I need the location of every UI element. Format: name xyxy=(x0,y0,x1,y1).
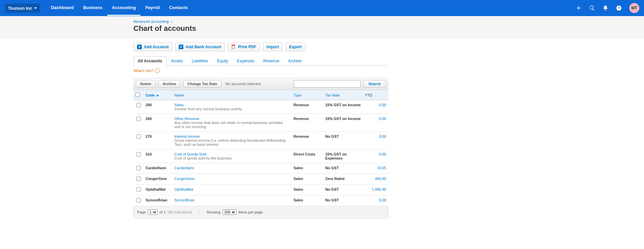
account-name-link[interactable]: Sales xyxy=(174,103,184,107)
import-button[interactable]: Import xyxy=(263,43,283,51)
account-name-link[interactable]: OphthalMal xyxy=(174,187,193,191)
print-pdf-button[interactable]: Print PDF xyxy=(228,43,260,51)
account-description: Cost of goods sold by the business xyxy=(174,156,289,160)
action-buttons: + Add Account + Add Bank Account Print P… xyxy=(133,43,388,51)
row-tax: 15% GST on Income xyxy=(323,114,363,132)
tab-revenue[interactable]: Revenue xyxy=(259,56,284,66)
main-content: + Add Account + Add Bank Account Print P… xyxy=(133,38,388,219)
row-checkbox[interactable] xyxy=(136,198,141,202)
svg-rect-3 xyxy=(232,45,235,46)
ytd-link[interactable]: 0.00 xyxy=(379,103,386,107)
avatar[interactable]: MT xyxy=(629,3,639,13)
nav-link-accounting[interactable]: Accounting xyxy=(107,0,141,16)
print-pdf-label: Print PDF xyxy=(238,45,256,49)
plus-icon[interactable] xyxy=(576,5,582,11)
add-bank-account-button[interactable]: + Add Bank Account xyxy=(175,43,225,51)
page-select[interactable]: 1 xyxy=(148,209,158,215)
help-icon[interactable]: ? xyxy=(616,5,622,11)
row-type: Sales xyxy=(291,195,323,206)
table-row: 260Other RevenueAny other income that do… xyxy=(133,114,388,132)
column-name[interactable]: Name xyxy=(172,90,291,100)
breadcrumb-parent[interactable]: Advanced accounting xyxy=(133,19,169,23)
table-row: CardioHamiCardioHamiSalesNo GST74.95 xyxy=(133,163,388,174)
row-tax: No GST xyxy=(323,195,363,206)
pager: Page 1 of 1 (60 total items) | Showing 2… xyxy=(133,206,388,219)
search-icon[interactable] xyxy=(589,5,595,11)
tab-equity[interactable]: Equity xyxy=(213,56,232,66)
tab-archive[interactable]: Archive xyxy=(284,56,306,66)
nav-right: ? MT xyxy=(576,3,639,13)
account-description: Gross interest income (i.e. before deduc… xyxy=(174,138,289,146)
row-type: Sales xyxy=(291,174,323,185)
tab-all-accounts[interactable]: All Accounts xyxy=(133,56,167,66)
nav-link-contacts[interactable]: Contacts xyxy=(165,0,193,16)
select-all-checkbox[interactable] xyxy=(135,92,140,97)
row-code: OphthalMal xyxy=(143,185,172,195)
account-name-link[interactable]: Other Revenue xyxy=(174,117,199,121)
pdf-icon xyxy=(231,45,236,49)
tab-liabilities[interactable]: Liabilities xyxy=(187,56,213,66)
archive-button[interactable]: Archive xyxy=(158,80,180,87)
org-name: Toulson Inc xyxy=(8,6,32,11)
ytd-link[interactable]: 0.00 xyxy=(379,134,386,138)
row-type: Sales xyxy=(291,185,323,195)
whats-this-link[interactable]: What's this? xyxy=(133,68,388,73)
search-button[interactable]: Search xyxy=(363,80,386,87)
ytd-link[interactable]: 480.60 xyxy=(375,177,386,181)
row-checkbox[interactable] xyxy=(136,103,141,107)
nav-link-payroll[interactable]: Payroll xyxy=(140,0,164,16)
per-page-select[interactable]: 200 xyxy=(223,209,236,215)
row-tax: 15% GST on Expenses xyxy=(323,149,363,163)
row-checkbox[interactable] xyxy=(136,117,141,121)
selection-message: No accounts selected xyxy=(226,82,261,86)
account-name-link[interactable]: Cost of Goods Sold xyxy=(174,152,206,156)
ytd-link[interactable]: 0.00 xyxy=(379,198,386,202)
accounts-table: Code Name Type Tax Rate YTD 200SalesInco… xyxy=(133,90,388,206)
ytd-link[interactable]: 0.00 xyxy=(379,117,386,121)
toolbar: Delete Archive Change Tax Rate No accoun… xyxy=(133,78,388,90)
tabs: All AccountsAssetsLiabilitiesEquityExpen… xyxy=(133,56,388,66)
add-bank-account-label: Add Bank Account xyxy=(185,45,221,49)
column-code[interactable]: Code xyxy=(143,90,172,100)
account-name-link[interactable]: SymonBrian xyxy=(174,198,194,202)
change-tax-rate-button[interactable]: Change Tax Rate xyxy=(183,80,221,87)
row-type: Revenue xyxy=(291,114,323,132)
add-account-button[interactable]: + Add Account xyxy=(133,43,172,51)
row-checkbox[interactable] xyxy=(136,187,141,192)
account-name-link[interactable]: CardioHami xyxy=(174,166,194,170)
plus-square-icon: + xyxy=(137,45,142,49)
delete-button[interactable]: Delete xyxy=(136,80,156,87)
row-tax: Zero Rated xyxy=(323,174,363,185)
export-button[interactable]: Export xyxy=(285,43,305,51)
ytd-link[interactable]: 0.00 xyxy=(379,152,386,156)
column-ytd: YTD xyxy=(363,90,388,100)
column-tax-rate[interactable]: Tax Rate xyxy=(323,90,363,100)
row-checkbox[interactable] xyxy=(136,166,141,170)
row-code: 270 xyxy=(143,132,172,149)
account-name-link[interactable]: CongerGeor xyxy=(174,177,195,181)
tab-expenses[interactable]: Expenses xyxy=(233,56,259,66)
row-code: 260 xyxy=(143,114,172,132)
nav-link-business[interactable]: Business xyxy=(78,0,107,16)
account-name-link[interactable]: Interest Income xyxy=(174,134,200,138)
table-header-row: Code Name Type Tax Rate YTD xyxy=(133,90,388,100)
column-type[interactable]: Type xyxy=(291,90,323,100)
export-label: Export xyxy=(289,45,302,49)
nav-link-dashboard[interactable]: Dashboard xyxy=(46,0,78,16)
row-checkbox[interactable] xyxy=(136,134,141,139)
total-items: (60 total items) xyxy=(168,210,192,214)
svg-text:?: ? xyxy=(618,6,620,10)
ytd-link[interactable]: 74.95 xyxy=(377,166,386,170)
table-row: CongerGeorCongerGeorSalesZero Rated480.6… xyxy=(133,174,388,185)
row-checkbox[interactable] xyxy=(136,177,141,181)
bell-icon[interactable] xyxy=(602,5,608,11)
search-input[interactable] xyxy=(294,80,361,87)
account-description: Income from any normal business activity xyxy=(174,107,289,111)
row-code: CardioHami xyxy=(143,163,172,174)
table-row: 270Interest IncomeGross interest income … xyxy=(133,132,388,149)
row-checkbox[interactable] xyxy=(136,152,141,157)
org-switcher[interactable]: Toulson Inc xyxy=(5,4,40,13)
row-type: Direct Costs xyxy=(291,149,323,163)
tab-assets[interactable]: Assets xyxy=(167,56,187,66)
ytd-link[interactable]: 1,990.90 xyxy=(372,187,386,191)
